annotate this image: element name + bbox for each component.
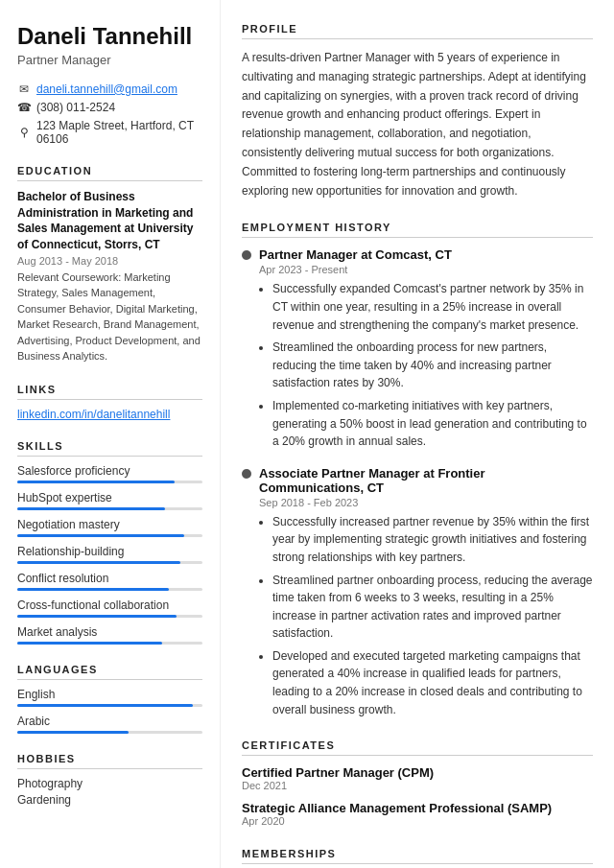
skill-bar-fill [17,615,177,618]
language-bar-bg [17,731,202,734]
skill-name: Relationship-building [17,545,202,558]
skill-name: Salesforce proficiency [17,464,202,478]
skill-bar-fill [17,507,165,510]
contact-phone: ☎ (308) 011-2524 [17,101,202,114]
employment-section-title: EMPLOYMENT HISTORY [242,222,593,238]
education-coursework: Relevant Coursework: Marketing Strategy,… [17,270,202,364]
certificates-list: Certified Partner Manager (CPM) Dec 2021… [242,765,593,827]
contact-list: ✉ daneli.tannehill@gmail.com ☎ (308) 011… [17,82,202,146]
hobbies-section: HOBBIES PhotographyGardening [17,753,202,807]
main-content: PROFILE A results-driven Partner Manager… [221,0,614,868]
links-section-title: LINKS [17,384,202,400]
language-name: Arabic [17,715,202,728]
language-name: English [17,688,202,701]
job-bullet: Successfully expanded Comcast's partner … [272,280,593,334]
skill-name: HubSpot expertise [17,491,202,504]
skills-list: Salesforce proficiency HubSpot expertise… [17,464,202,645]
language-bar-bg [17,704,202,707]
hobby-item: Gardening [17,793,202,807]
education-degree: Bachelor of Business Administration in M… [17,189,202,253]
profile-section-title: PROFILE [242,23,593,39]
languages-list: English Arabic [17,688,202,734]
coursework-text: Marketing Strategy, Sales Management, Co… [17,271,201,363]
candidate-title: Partner Manager [17,53,202,67]
language-bar-fill [17,731,129,734]
job-title: Partner Manager at Comcast, CT [259,247,452,262]
skill-bar-bg [17,534,202,537]
skill-bar-bg [17,588,202,591]
certificate-item: Certified Partner Manager (CPM) Dec 2021 [242,765,593,791]
skill-name: Negotiation mastery [17,518,202,531]
job-dot [242,250,251,260]
email-icon: ✉ [17,82,31,96]
education-section-title: EDUCATION [17,165,202,181]
job-bullet: Successfully increased partner revenue b… [272,513,593,567]
sidebar: Daneli Tannehill Partner Manager ✉ danel… [0,0,221,868]
skill-bar-bg [17,615,202,618]
skill-item: Conflict resolution [17,572,202,591]
linkedin-link[interactable]: linkedin.com/in/danelitannehill [17,408,202,421]
certificate-date: Apr 2020 [242,815,593,827]
job-bullet: Streamlined the onboarding process for n… [272,339,593,392]
location-icon: ⚲ [17,126,31,139]
job-header: Associate Partner Manager at Frontier Co… [242,466,593,495]
skill-bar-bg [17,642,202,645]
phone-icon: ☎ [17,101,31,114]
certificate-item: Strategic Alliance Management Profession… [242,801,593,827]
job-item: Partner Manager at Comcast, CT Apr 2023 … [242,247,593,450]
contact-email: ✉ daneli.tannehill@gmail.com [17,82,202,96]
skill-name: Market analysis [17,625,202,639]
employment-list: Partner Manager at Comcast, CT Apr 2023 … [242,247,593,718]
job-header: Partner Manager at Comcast, CT [242,247,593,262]
skill-bar-bg [17,561,202,564]
skill-item: Relationship-building [17,545,202,564]
education-dates: Aug 2013 - May 2018 [17,255,202,267]
language-item: Arabic [17,715,202,734]
coursework-label: Relevant Coursework: [17,271,121,283]
skills-section-title: SKILLS [17,440,202,457]
skill-bar-fill [17,561,180,564]
hobbies-section-title: HOBBIES [17,753,202,769]
skill-bar-fill [17,588,169,591]
job-bullet: Implemented co-marketing initiatives wit… [272,397,593,451]
job-item: Associate Partner Manager at Frontier Co… [242,466,593,719]
job-date: Apr 2023 - Present [259,264,593,275]
profile-section: PROFILE A results-driven Partner Manager… [242,23,593,200]
skill-bar-bg [17,481,202,483]
certificates-section: CERTIFICATES Certified Partner Manager (… [242,739,593,827]
certificates-section-title: CERTIFICATES [242,739,593,756]
job-bullets: Successfully expanded Comcast's partner … [259,280,593,450]
certificate-name: Strategic Alliance Management Profession… [242,801,593,815]
job-bullet: Streamlined partner onboarding process, … [272,572,593,643]
language-bar-fill [17,704,193,707]
employment-section: EMPLOYMENT HISTORY Partner Manager at Co… [242,222,593,718]
memberships-section: MEMBERSHIPS Association for Strategic Al… [242,848,593,868]
certificate-date: Dec 2021 [242,780,593,791]
skill-item: Cross-functional collaboration [17,598,202,618]
email-link[interactable]: daneli.tannehill@gmail.com [36,82,177,96]
hobby-item: Photography [17,777,202,790]
education-section: EDUCATION Bachelor of Business Administr… [17,165,202,364]
skill-name: Conflict resolution [17,572,202,585]
memberships-section-title: MEMBERSHIPS [242,848,593,864]
skill-name: Cross-functional collaboration [17,598,202,612]
job-bullet: Developed and executed targeted marketin… [272,647,593,718]
skill-item: Negotiation mastery [17,518,202,537]
languages-section-title: LANGUAGES [17,664,202,680]
skill-item: Market analysis [17,625,202,645]
contact-address: ⚲ 123 Maple Street, Hartford, CT 06106 [17,119,202,146]
skills-section: SKILLS Salesforce proficiency HubSpot ex… [17,440,202,645]
job-date: Sep 2018 - Feb 2023 [259,497,593,508]
job-bullets: Successfully increased partner revenue b… [259,513,593,719]
skill-item: HubSpot expertise [17,491,202,510]
skill-bar-bg [17,507,202,510]
skill-bar-fill [17,534,184,537]
job-dot [242,469,251,479]
certificate-name: Certified Partner Manager (CPM) [242,765,593,780]
skill-bar-fill [17,642,162,645]
job-title: Associate Partner Manager at Frontier Co… [259,466,593,495]
language-item: English [17,688,202,707]
skill-item: Salesforce proficiency [17,464,202,483]
candidate-name: Daneli Tannehill [17,23,202,51]
links-section: LINKS linkedin.com/in/danelitannehill [17,384,202,421]
